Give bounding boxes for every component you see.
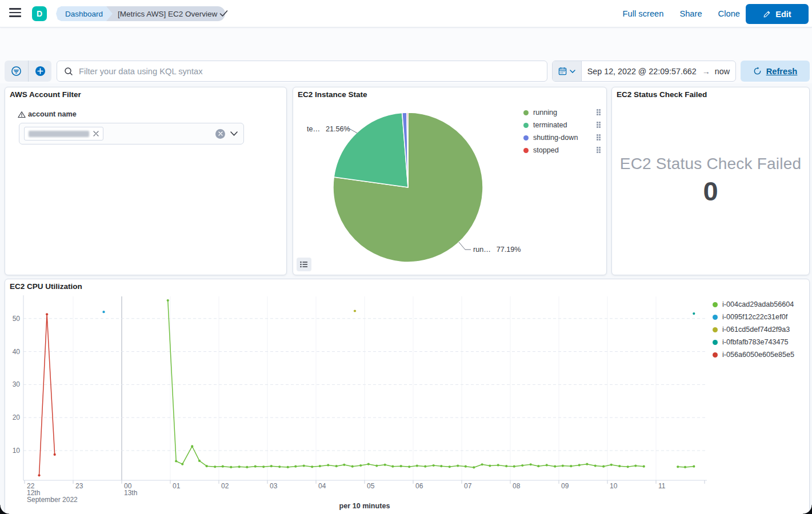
clear-selection-icon[interactable]	[215, 129, 225, 139]
data-point-i-0fbfafb783e743475	[693, 312, 695, 315]
data-point-i-004cad29adab56604	[181, 463, 183, 465]
calendar-menu-button[interactable]	[553, 61, 582, 81]
data-point-i-004cad29adab56604	[677, 465, 679, 468]
kql-search-input[interactable]	[79, 67, 540, 76]
date-range-start[interactable]: Sep 12, 2022 @ 22:09:57.662	[582, 67, 702, 76]
data-point-i-056a6050e605e85e5	[46, 313, 48, 315]
refresh-button[interactable]: Refresh	[741, 61, 810, 82]
data-point-i-004cad29adab56604	[175, 460, 177, 462]
data-point-i-004cad29adab56604	[594, 464, 597, 467]
data-point-i-004cad29adab56604	[433, 464, 435, 467]
data-point-i-004cad29adab56604	[214, 465, 216, 468]
panel-title: EC2 Status Check Failed	[617, 90, 707, 99]
data-point-i-061cd5def74d2f9a3	[354, 310, 356, 312]
data-point-i-004cad29adab56604	[505, 465, 507, 467]
legend-label: shutting-down	[533, 134, 578, 142]
saved-query-icon[interactable]	[5, 61, 28, 82]
control-label-text: account name	[28, 110, 77, 118]
panel-ec2-status-check-failed: EC2 Status Check Failed EC2 Status Check…	[611, 87, 810, 275]
legend-item-stopped[interactable]: stopped	[523, 144, 601, 156]
data-point-i-004cad29adab56604	[278, 465, 281, 468]
legend-item-i-0fbfafb783e743475[interactable]: i-0fbfafb783e743475	[713, 336, 807, 348]
legend-toggle-icon[interactable]	[297, 258, 311, 271]
data-point-i-004cad29adab56604	[359, 464, 362, 467]
share-button[interactable]: Share	[679, 9, 702, 18]
data-point-i-004cad29adab56604	[643, 465, 645, 468]
combobox-chevron-down-icon[interactable]	[230, 131, 238, 136]
legend-item-running[interactable]: running	[523, 106, 601, 119]
svg-text:10: 10	[13, 447, 21, 455]
remove-tag-icon[interactable]	[93, 131, 99, 136]
header-actions: Full screen Share Clone	[623, 0, 740, 27]
series-line-i-056a6050e605e85e5	[39, 314, 55, 475]
data-point-i-004cad29adab56604	[554, 465, 556, 468]
data-point-i-004cad29adab56604	[367, 463, 370, 465]
add-filter-icon[interactable]	[28, 61, 51, 82]
legend-label: stopped	[533, 146, 559, 154]
data-point-i-004cad29adab56604	[319, 465, 321, 467]
data-point-i-004cad29adab56604	[335, 465, 338, 467]
data-point-i-004cad29adab56604	[693, 465, 695, 468]
legend-label: i-0095f12c22c31ef0f	[722, 313, 787, 321]
pie-slice-terminated[interactable]	[334, 113, 408, 187]
data-point-i-004cad29adab56604	[400, 465, 402, 467]
pencil-icon	[763, 10, 771, 18]
legend-dot-icon	[713, 352, 718, 358]
legend-item-i-0095f12c22c31ef0f[interactable]: i-0095f12c22c31ef0f	[713, 311, 807, 323]
svg-text:40: 40	[13, 348, 21, 356]
combobox-selected-tag[interactable]	[24, 127, 103, 140]
data-point-i-004cad29adab56604	[481, 463, 483, 465]
svg-text:06: 06	[415, 482, 423, 490]
data-point-i-004cad29adab56604	[634, 464, 637, 467]
legend-item-terminated[interactable]: terminated	[523, 119, 601, 131]
legend-item-i-004cad29adab56604[interactable]: i-004cad29adab56604	[713, 298, 807, 311]
warning-icon	[18, 111, 26, 118]
legend-item-actions-icon[interactable]	[597, 134, 601, 141]
redacted-account-name	[29, 131, 89, 137]
edit-button[interactable]: Edit	[746, 4, 809, 24]
legend-item-i-061cd5def74d2f9a3[interactable]: i-061cd5def74d2f9a3	[713, 323, 807, 336]
data-point-i-004cad29adab56604	[262, 465, 265, 468]
date-range-end[interactable]: now	[710, 67, 735, 76]
data-point-i-004cad29adab56604	[303, 464, 305, 467]
breadcrumb-current-page[interactable]: [Metrics AWS] EC2 Overview	[106, 6, 225, 21]
breadcrumb-dashboard[interactable]: Dashboard	[56, 6, 115, 21]
cpu-legend: i-004cad29adab56604i-0095f12c22c31ef0fi-…	[713, 298, 807, 361]
filter-actions-group	[5, 61, 51, 82]
legend-item-i-056a6050e605e85e5[interactable]: i-056a6050e605e85e5	[713, 348, 807, 361]
data-point-i-004cad29adab56604	[610, 464, 613, 466]
data-point-i-004cad29adab56604	[586, 463, 588, 465]
data-point-i-004cad29adab56604	[562, 464, 564, 467]
data-point-i-056a6050e605e85e5	[54, 453, 56, 456]
header: D Dashboard [Metrics AWS] EC2 Overview F…	[0, 0, 812, 27]
callout-value: 21.56%	[326, 125, 350, 133]
clone-button[interactable]: Clone	[718, 9, 740, 18]
legend-label: terminated	[533, 121, 567, 129]
data-point-i-004cad29adab56604	[684, 466, 686, 468]
data-point-i-004cad29adab56604	[537, 465, 539, 467]
legend-item-actions-icon[interactable]	[597, 109, 601, 116]
dashboard-app: D Dashboard [Metrics AWS] EC2 Overview F…	[0, 0, 812, 514]
legend-dot-icon	[713, 340, 718, 345]
legend-dot-icon	[713, 327, 718, 332]
search-icon	[64, 67, 73, 76]
query-bar: Sep 12, 2022 @ 22:09:57.662 → now Refres…	[0, 27, 812, 83]
account-name-combobox[interactable]	[19, 123, 244, 144]
data-point-i-004cad29adab56604	[457, 464, 459, 467]
full-screen-button[interactable]: Full screen	[623, 9, 664, 18]
kql-search-bar[interactable]	[57, 61, 547, 82]
data-point-i-004cad29adab56604	[513, 465, 515, 468]
legend-item-shutting-down[interactable]: shutting-down	[523, 131, 601, 144]
hamburger-menu-icon[interactable]	[9, 8, 23, 19]
legend-item-actions-icon[interactable]	[597, 147, 601, 154]
legend-item-actions-icon[interactable]	[597, 122, 601, 128]
panel-title: AWS Account Filter	[10, 90, 81, 99]
svg-text:02: 02	[221, 482, 229, 490]
data-point-i-004cad29adab56604	[424, 465, 426, 468]
svg-text:07: 07	[464, 482, 472, 490]
data-point-i-004cad29adab56604	[327, 464, 329, 466]
app-logo[interactable]: D	[32, 6, 47, 21]
data-point-i-004cad29adab56604	[384, 464, 386, 466]
svg-text:08: 08	[513, 482, 521, 490]
svg-text:50: 50	[13, 315, 21, 323]
